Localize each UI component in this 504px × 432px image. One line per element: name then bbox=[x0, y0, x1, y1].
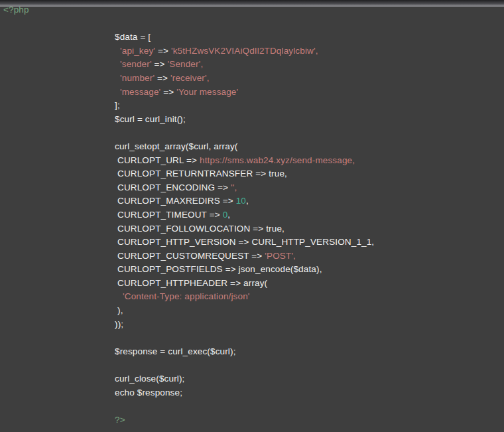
code-token-plain: CURLOPT_POSTFIELDS => json_encode($data)… bbox=[117, 264, 322, 274]
code-token-string: 'Your message' bbox=[176, 87, 238, 97]
code-token-plain: => bbox=[155, 73, 170, 83]
code-line: 'sender' => 'Sender', bbox=[3, 58, 504, 72]
code-line: 'number' => 'receiver', bbox=[3, 72, 504, 86]
code-token-string: 'k5tHZwsVK2VIAiQdIl2TDqlaylcbiw', bbox=[171, 46, 318, 56]
code-token-plain: CURLOPT_ENCODING => bbox=[117, 182, 231, 192]
code-line: curl_close($curl); bbox=[3, 372, 504, 386]
code-line: CURLOPT_POSTFIELDS => json_encode($data)… bbox=[3, 263, 504, 277]
code-line: $curl = curl_init(); bbox=[3, 113, 504, 127]
code-line: curl_setopt_array($curl, array( bbox=[3, 140, 504, 154]
code-line bbox=[3, 17, 504, 31]
code-token-plain: echo $response; bbox=[115, 388, 182, 397]
code-token-plain: => bbox=[152, 59, 168, 69]
code-line bbox=[3, 331, 504, 345]
code-line bbox=[3, 126, 504, 140]
code-line: 'Content-Type: application/json' bbox=[3, 290, 504, 304]
code-line: CURLOPT_ENCODING => '', bbox=[3, 181, 504, 195]
code-line: )); bbox=[3, 318, 504, 332]
code-token-plain: , bbox=[246, 196, 249, 206]
code-viewer-window: { "page": { "background": "#3e3e3e", "la… bbox=[0, 0, 504, 432]
code-line bbox=[3, 358, 504, 372]
php-code-block: <?php $data = ['api_key' => 'k5tHZwsVK2V… bbox=[3, 3, 504, 427]
code-token-plain: curl_close($curl); bbox=[115, 374, 184, 384]
code-line: 'message' => 'Your message' bbox=[3, 86, 504, 100]
code-token-plain: ), bbox=[117, 305, 123, 315]
code-line: $response = curl_exec($curl); bbox=[3, 345, 504, 359]
code-line bbox=[3, 399, 504, 413]
code-token-string: 'sender' bbox=[120, 59, 152, 69]
code-token-plain: curl_setopt_array($curl, array( bbox=[115, 141, 237, 151]
code-line: 'api_key' => 'k5tHZwsVK2VIAiQdIl2TDqlayl… bbox=[3, 44, 504, 58]
code-line: ]; bbox=[3, 99, 504, 113]
code-token-plain: CURLOPT_CUSTOMREQUEST => bbox=[117, 251, 265, 261]
code-token-plain: $response = curl_exec($curl); bbox=[115, 346, 236, 356]
code-token-string: 'Sender', bbox=[168, 59, 204, 69]
code-token-plain: CURLOPT_TIMEOUT => bbox=[117, 210, 223, 220]
code-token-plain: => bbox=[155, 46, 171, 56]
code-line: ), bbox=[3, 304, 504, 318]
code-line: ?> bbox=[3, 413, 504, 427]
code-token-plain: CURLOPT_RETURNTRANSFER => true, bbox=[117, 169, 287, 179]
code-token-plain: => bbox=[160, 87, 176, 97]
code-line: <?php bbox=[3, 3, 504, 17]
code-line: CURLOPT_HTTP_VERSION => CURL_HTTP_VERSIO… bbox=[3, 236, 504, 250]
code-token-string: https://sms.wab24.xyz/send-message, bbox=[200, 155, 355, 165]
code-token-plain: )); bbox=[115, 319, 123, 329]
code-token-php_tag: ?> bbox=[115, 415, 125, 425]
code-token-plain: CURLOPT_HTTP_VERSION => CURL_HTTP_VERSIO… bbox=[117, 237, 374, 247]
code-token-plain: $data = [ bbox=[115, 32, 151, 42]
code-line: CURLOPT_RETURNTRANSFER => true, bbox=[3, 167, 504, 181]
code-token-string: 'message' bbox=[120, 87, 160, 97]
code-line: CURLOPT_HTTPHEADER => array( bbox=[3, 277, 504, 291]
code-token-plain: ]; bbox=[115, 100, 120, 110]
code-line: CURLOPT_TIMEOUT => 0, bbox=[3, 208, 504, 222]
code-token-php_tag: <?php bbox=[3, 5, 29, 15]
code-token-string: 'Content-Type: application/json' bbox=[123, 291, 250, 301]
code-token-plain: CURLOPT_HTTPHEADER => array( bbox=[117, 278, 267, 288]
code-token-string: 'number' bbox=[120, 73, 155, 83]
code-line: CURLOPT_FOLLOWLOCATION => true, bbox=[3, 222, 504, 236]
code-token-string: '', bbox=[231, 182, 237, 192]
code-token-string: 'receiver', bbox=[170, 73, 210, 83]
code-token-plain: , bbox=[227, 210, 230, 220]
code-token-plain: CURLOPT_URL => bbox=[117, 155, 200, 165]
code-line: CURLOPT_CUSTOMREQUEST => 'POST', bbox=[3, 250, 504, 263]
code-token-string: 'POST', bbox=[265, 251, 296, 261]
code-token-plain: $curl = curl_init(); bbox=[115, 114, 186, 124]
code-line: CURLOPT_MAXREDIRS => 10, bbox=[3, 194, 504, 208]
code-token-plain: CURLOPT_MAXREDIRS => bbox=[117, 196, 236, 206]
code-token-string: 'api_key' bbox=[120, 46, 155, 56]
code-token-number: 10 bbox=[236, 196, 246, 206]
code-line: echo $response; bbox=[3, 386, 504, 400]
code-line: CURLOPT_URL => https://sms.wab24.xyz/sen… bbox=[3, 154, 504, 168]
code-token-plain: CURLOPT_FOLLOWLOCATION => true, bbox=[117, 224, 284, 234]
code-line: $data = [ bbox=[3, 31, 504, 44]
